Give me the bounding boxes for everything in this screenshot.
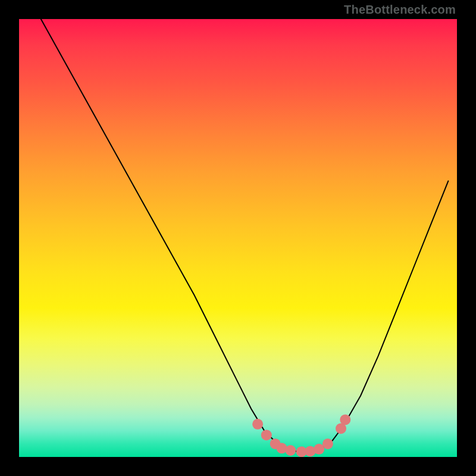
bottleneck-curve — [41, 19, 449, 453]
plot-area — [19, 19, 457, 457]
chart-svg — [19, 19, 457, 457]
highlight-dot — [261, 430, 272, 440]
highlight-dot — [322, 439, 333, 449]
curve-layer — [41, 19, 449, 453]
watermark-text: TheBottleneck.com — [344, 4, 456, 15]
chart-frame: TheBottleneck.com — [0, 0, 476, 476]
highlight-dot — [285, 445, 296, 456]
highlight-dot — [340, 414, 350, 425]
highlight-dot — [252, 419, 263, 430]
